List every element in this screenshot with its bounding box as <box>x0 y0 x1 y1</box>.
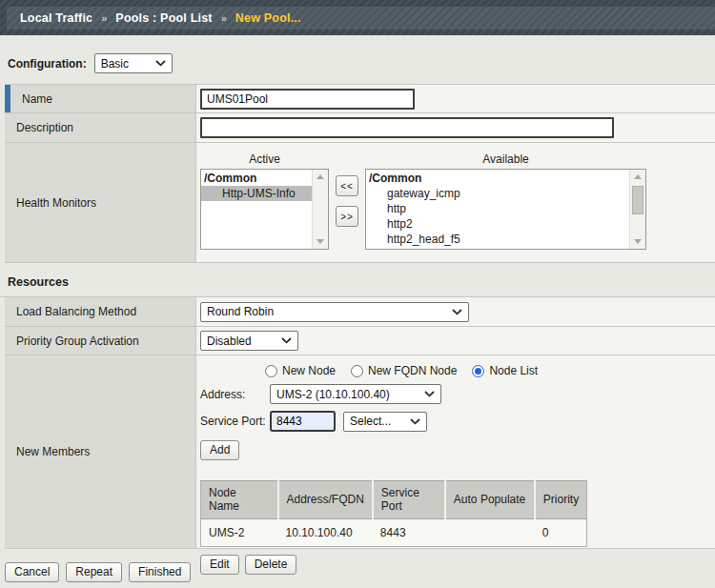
move-to-active-button[interactable]: << <box>336 175 358 196</box>
address-select[interactable]: UMS-2 (10.10.100.40) <box>270 384 441 404</box>
finished-button[interactable]: Finished <box>129 562 191 582</box>
col-priority: Priority <box>535 481 587 519</box>
new-members-content-cell: New Node New FQDN Node Node List Address… <box>196 355 715 548</box>
col-address-fqdn: Address/FQDN <box>278 481 373 519</box>
scroll-down-icon[interactable] <box>630 234 645 249</box>
health-monitors-label-cell: Health Monitors <box>5 143 196 262</box>
partition-header: /Common <box>366 171 629 186</box>
description-row: Description <box>5 113 715 143</box>
priority-group-label-cell: Priority Group Activation <box>5 327 196 355</box>
health-monitors-row: Health Monitors Active /Common Http-UMS-… <box>5 143 715 263</box>
service-port-select-value: Select... <box>350 415 391 428</box>
chevron-down-icon <box>155 60 166 67</box>
cell-address-fqdn: 10.10.100.40 <box>278 519 373 547</box>
edit-button[interactable]: Edit <box>200 555 239 575</box>
footer-actions: Cancel Repeat Finished <box>0 549 715 582</box>
breadcrumb-separator-icon: » <box>101 12 107 24</box>
members-table-header-row: Node Name Address/FQDN Service Port Auto… <box>201 481 587 519</box>
available-list-scrollbar[interactable] <box>629 170 645 249</box>
load-balancing-label: Load Balancing Method <box>16 305 136 318</box>
chevron-down-icon <box>410 418 420 425</box>
name-input[interactable] <box>200 89 415 110</box>
cell-priority: 0 <box>535 519 587 547</box>
address-label: Address: <box>200 388 270 401</box>
cell-auto-populate <box>445 519 535 547</box>
description-input[interactable] <box>200 117 614 138</box>
health-monitors-label: Health Monitors <box>16 196 96 210</box>
list-item[interactable]: http <box>366 201 629 216</box>
address-select-value: UMS-2 (10.10.100.40) <box>276 388 390 401</box>
available-column-header: Available <box>365 149 646 169</box>
description-label: Description <box>16 121 73 134</box>
node-type-radio-group: New Node New FQDN Node Node List <box>265 364 538 377</box>
repeat-button[interactable]: Repeat <box>66 562 122 582</box>
active-list-scrollbar[interactable] <box>312 170 328 249</box>
scrollbar-thumb[interactable] <box>632 186 644 214</box>
list-item[interactable]: http2 <box>366 216 629 232</box>
load-balancing-row: Load Balancing Method Round Robin <box>5 297 715 327</box>
list-item[interactable]: Http-UMS-Info <box>201 186 312 201</box>
breadcrumb-separator-icon: » <box>221 12 227 24</box>
address-line: Address: UMS-2 (10.10.100.40) <box>200 384 441 404</box>
name-label-cell: Name <box>5 85 196 112</box>
new-members-label: New Members <box>16 445 90 458</box>
service-port-label: Service Port: <box>200 415 270 428</box>
breadcrumb: Local Traffic » Pools : Pool List » New … <box>7 7 715 30</box>
service-port-select[interactable]: Select... <box>343 412 427 432</box>
list-item[interactable]: gateway_icmp <box>366 186 629 201</box>
priority-group-select-value: Disabled <box>207 335 252 348</box>
new-members-label-cell: New Members <box>5 355 196 548</box>
radio-node-list-label: Node List <box>489 364 538 377</box>
add-button[interactable]: Add <box>200 440 239 460</box>
required-indicator <box>5 85 10 112</box>
breadcrumb-local-traffic[interactable]: Local Traffic <box>20 11 92 25</box>
priority-group-label: Priority Group Activation <box>16 335 139 348</box>
priority-group-select[interactable]: Disabled <box>200 331 298 351</box>
cancel-button[interactable]: Cancel <box>5 562 59 582</box>
chevron-down-icon <box>452 309 462 315</box>
priority-group-content-cell: Disabled <box>196 327 715 355</box>
col-service-port: Service Port <box>373 481 445 519</box>
service-port-line: Service Port: Select... <box>200 411 427 432</box>
cell-node-name: UMS-2 <box>201 519 278 547</box>
radio-new-node-label: New Node <box>282 364 336 377</box>
name-content-cell <box>196 85 715 112</box>
active-monitors-listbox[interactable]: /Common Http-UMS-Info <box>200 169 329 250</box>
name-label: Name <box>22 92 52 106</box>
breadcrumb-new-pool: New Pool... <box>235 11 301 25</box>
general-properties-table: Name Description Health Monitors Active <box>5 84 715 263</box>
scroll-up-icon[interactable] <box>630 170 645 184</box>
radio-new-node[interactable] <box>265 365 277 377</box>
move-to-available-button[interactable]: >> <box>336 206 358 227</box>
description-content-cell <box>196 113 715 142</box>
col-auto-populate: Auto Populate <box>445 481 535 519</box>
configuration-select[interactable]: Basic <box>94 53 173 73</box>
radio-node-list[interactable] <box>472 365 484 377</box>
radio-new-fqdn-node-label: New FQDN Node <box>368 364 457 377</box>
list-item[interactable]: http2_head_f5 <box>366 232 629 247</box>
col-node-name: Node Name <box>201 481 278 519</box>
load-balancing-select-value: Round Robin <box>207 305 274 318</box>
delete-button[interactable]: Delete <box>245 555 297 575</box>
members-actions: Edit Delete <box>200 555 296 575</box>
chevron-down-icon <box>281 337 292 344</box>
available-monitors-listbox[interactable]: /Common gateway_icmp http http2 http2_he… <box>365 169 646 250</box>
load-balancing-label-cell: Load Balancing Method <box>5 297 196 326</box>
resources-section-title: Resources <box>0 263 715 297</box>
table-row[interactable]: UMS-2 10.10.100.40 8443 0 <box>201 519 587 547</box>
cell-service-port: 8443 <box>373 519 445 547</box>
service-port-input[interactable] <box>270 411 336 432</box>
description-label-cell: Description <box>5 113 196 142</box>
breadcrumb-pool-list[interactable]: Pools : Pool List <box>115 11 212 25</box>
radio-new-fqdn-node[interactable] <box>351 365 363 377</box>
members-table: Node Name Address/FQDN Service Port Auto… <box>200 480 587 547</box>
configuration-select-value: Basic <box>101 57 129 71</box>
scroll-up-icon[interactable] <box>313 170 328 184</box>
load-balancing-select[interactable]: Round Robin <box>200 302 469 322</box>
load-balancing-content-cell: Round Robin <box>196 297 715 326</box>
scroll-down-icon[interactable] <box>313 234 328 249</box>
resources-table: Load Balancing Method Round Robin Priori… <box>5 297 715 549</box>
active-column-header: Active <box>200 149 329 169</box>
name-row: Name <box>5 85 715 113</box>
top-navigation-bar: Local Traffic » Pools : Pool List » New … <box>0 0 715 35</box>
